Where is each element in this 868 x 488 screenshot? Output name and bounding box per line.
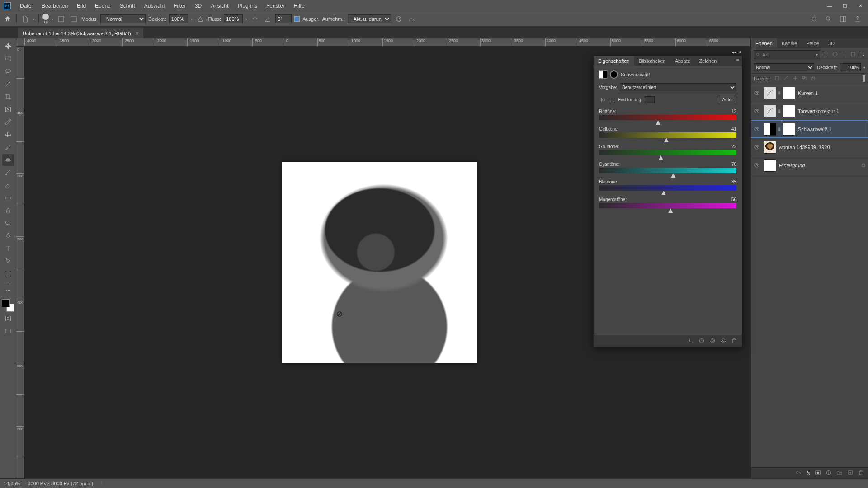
clip-icon[interactable] [688,338,694,345]
adj-thumb[interactable] [764,123,776,136]
link-icon[interactable]: 𝟠 [777,127,782,131]
add-adj-icon[interactable] [826,469,832,477]
document-tab[interactable]: Unbenannt-1 bei 14,3% (Schwarzweiß 1, RG… [18,28,143,38]
brush-settings-icon[interactable] [69,14,79,24]
new-group-icon[interactable] [836,469,843,477]
menu-bearbeiten[interactable]: Bearbeiten [37,3,72,9]
tool-preset-icon[interactable] [20,14,30,24]
layer-search-input[interactable] [762,52,814,57]
slider-value[interactable]: 41 [731,127,736,131]
visibility-icon[interactable] [720,338,726,345]
crop-tool-icon[interactable] [2,91,14,103]
color-swatch[interactable] [2,299,14,312]
bg-thumb[interactable] [764,159,776,172]
slider-track[interactable] [599,150,736,155]
filter-smart-icon[interactable] [859,51,865,58]
angle-input[interactable] [275,14,292,23]
lock-all-icon[interactable] [811,75,816,82]
gradient-tool-icon[interactable] [2,192,14,204]
blend-mode-select[interactable]: Normal [100,14,146,23]
targeted-adj-icon[interactable] [599,96,606,103]
properties-tab-zeichen[interactable]: Zeichen [694,56,721,66]
path-select-tool-icon[interactable] [2,255,14,267]
slider-track[interactable] [599,132,736,138]
layer-name[interactable]: Tonwertkorrektur 1 [798,108,839,114]
dodge-tool-icon[interactable] [2,217,14,229]
menu-schrift[interactable]: Schrift [115,3,140,9]
visibility-toggle-icon[interactable] [753,107,761,115]
ignore-adj-icon[interactable] [394,14,404,24]
history-brush-tool-icon[interactable] [2,167,14,178]
pressure-opacity-icon[interactable] [195,14,205,24]
properties-tab-absatz[interactable]: Absatz [670,56,695,66]
layer-name[interactable]: Schwarzweiß 1 [798,127,832,132]
link-layers-icon[interactable] [795,469,802,477]
tint-checkbox[interactable] [610,98,614,102]
mask-icon[interactable] [610,70,618,79]
marquee-tool-icon[interactable] [2,53,14,65]
dropdown-icon[interactable]: ▾ [816,53,818,57]
visibility-toggle-icon[interactable] [753,161,761,169]
zoom-value[interactable]: 14,35% [4,481,20,486]
layer-name[interactable]: Kurven 1 [798,90,818,96]
filter-type-icon[interactable] [841,51,847,58]
filter-pixel-icon[interactable] [823,51,829,58]
lasso-tool-icon[interactable] [2,66,14,77]
menu-plug-ins[interactable]: Plug-ins [233,3,262,9]
dropdown-icon[interactable]: ▾ [191,17,193,21]
slider-track[interactable] [599,203,736,208]
slider-track[interactable] [599,185,736,191]
frame-tool-icon[interactable] [2,103,14,115]
document-canvas[interactable] [282,162,477,363]
brush-panel-icon[interactable] [56,14,66,24]
filter-adj-icon[interactable] [832,51,838,58]
trash-icon[interactable] [858,469,864,477]
menu-fenster[interactable]: Fenster [262,3,289,9]
airbrush-icon[interactable] [250,14,260,24]
menu-3d[interactable]: 3D [190,3,206,9]
layer-row[interactable]: 𝟠Tonwertkorrektur 1 [751,102,868,120]
screenmode-icon[interactable] [2,325,14,337]
tint-swatch[interactable] [645,96,655,103]
reset-icon[interactable] [709,338,716,345]
layer-opacity-input[interactable] [840,63,861,71]
layer-name[interactable]: Hintergrund [779,163,805,168]
mask-thumb[interactable] [783,105,795,117]
new-layer-icon[interactable] [847,469,854,477]
brush-tool-icon[interactable] [2,141,14,153]
layer-filter-type[interactable]: ▾ [754,50,820,59]
slider-handle[interactable] [661,191,666,195]
eraser-tool-icon[interactable] [2,179,14,191]
dropdown-icon[interactable]: ▾ [33,17,35,21]
slider-value[interactable]: 70 [731,162,736,167]
properties-tab-eigenschaften[interactable]: Eigenschaften [594,56,634,66]
slider-handle[interactable] [656,120,660,125]
close-icon[interactable]: × [738,50,741,55]
auto-button[interactable]: Auto [717,96,736,103]
image-thumb[interactable] [764,141,776,154]
lock-trans-icon[interactable] [774,75,780,82]
menu-bild[interactable]: Bild [72,3,90,9]
view-previous-icon[interactable] [698,338,705,345]
wand-tool-icon[interactable] [2,78,14,90]
layers-tab-pfade[interactable]: Pfade [802,38,824,48]
blur-tool-icon[interactable] [2,205,14,216]
mask-thumb[interactable] [783,87,795,99]
layers-tab-3d[interactable]: 3D [824,38,839,48]
slider-handle[interactable] [668,208,673,213]
maximize-button[interactable]: ☐ [837,0,853,12]
filter-shape-icon[interactable] [850,51,856,58]
link-icon[interactable]: 𝟠 [777,91,782,95]
add-mask-icon[interactable] [815,469,821,477]
slider-handle[interactable] [659,155,663,160]
layer-name[interactable]: woman-1439909_1920 [779,145,830,150]
adj-thumb[interactable] [764,87,776,99]
workspace-icon[interactable] [838,14,848,24]
slider-handle[interactable] [671,173,675,178]
share-icon[interactable] [853,14,863,24]
heal-tool-icon[interactable] [2,129,14,141]
aligned-checkbox[interactable] [294,16,300,22]
menu-ebene[interactable]: Ebene [90,3,115,9]
pen-tool-icon[interactable] [2,230,14,242]
lock-paint-icon[interactable] [783,75,789,82]
